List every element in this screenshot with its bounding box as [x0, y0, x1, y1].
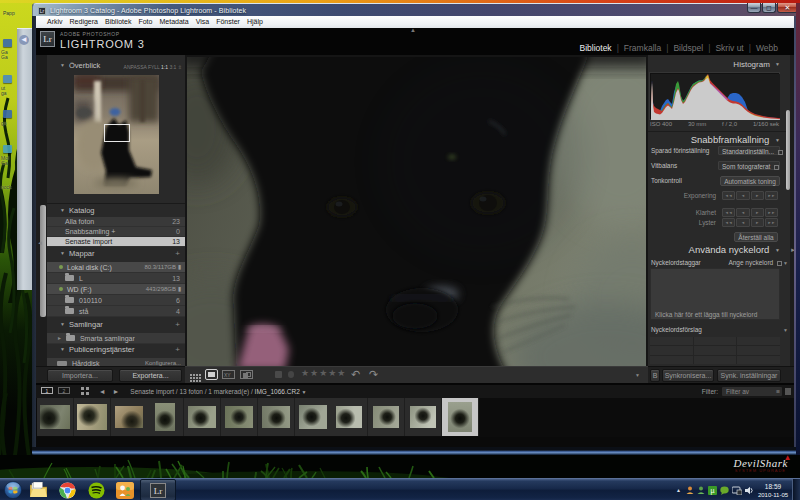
svg-text:µ: µ: [710, 487, 714, 495]
